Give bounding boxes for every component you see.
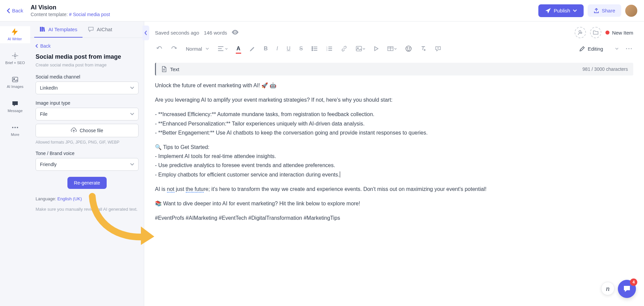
file-text-icon xyxy=(161,66,167,72)
rail-brief-seo[interactable]: Brief + SEO xyxy=(0,50,30,67)
review-warning: Make sure you manually review all AI gen… xyxy=(36,206,139,213)
sidebar: AI Templates AIChat Back Social media po… xyxy=(30,21,144,306)
strikethrough-button[interactable]: S xyxy=(298,44,304,53)
chat-widget[interactable]: 4 xyxy=(618,280,636,298)
italic-button[interactable]: I xyxy=(275,44,279,53)
video-button[interactable] xyxy=(373,45,380,53)
link-button[interactable] xyxy=(340,44,348,53)
choose-file-button[interactable]: Choose file xyxy=(36,124,139,137)
tab-ai-templates[interactable]: AI Templates xyxy=(34,21,83,38)
tab-ai-chat[interactable]: AIChat xyxy=(83,21,117,38)
numbered-list-button[interactable]: 123 xyxy=(325,45,334,52)
save-status: Saved seconds ago xyxy=(155,30,199,36)
bold-button[interactable]: B xyxy=(263,44,269,53)
clear-format-icon xyxy=(420,46,426,52)
avatar[interactable] xyxy=(625,5,637,17)
svg-point-11 xyxy=(312,47,313,48)
svg-rect-7 xyxy=(42,27,43,32)
bold-icon: B xyxy=(264,46,268,52)
image-button[interactable] xyxy=(355,45,367,53)
highlight-icon xyxy=(249,46,255,52)
rail-more[interactable]: More xyxy=(0,122,30,139)
tone-label: Tone / Brand voice xyxy=(36,151,139,156)
n-widget[interactable]: n xyxy=(601,282,614,295)
svg-point-23 xyxy=(626,48,627,49)
regenerate-button[interactable]: Re-generate xyxy=(67,177,107,189)
left-rail: AI Writer Brief + SEO AI Images Message … xyxy=(0,21,30,306)
content-line: 📚 Want to dive deeper into AI for event … xyxy=(155,199,633,208)
add-folder[interactable] xyxy=(590,27,601,38)
image-input-select[interactable]: File xyxy=(36,108,139,120)
comment-button[interactable] xyxy=(434,45,442,53)
preview-button[interactable] xyxy=(232,30,238,36)
share-button[interactable]: Share xyxy=(588,4,621,17)
bullet-list-icon xyxy=(312,46,318,51)
send-icon xyxy=(545,8,551,14)
more-options-button[interactable] xyxy=(625,47,633,51)
highlight-button[interactable] xyxy=(248,44,257,53)
svg-point-13 xyxy=(312,50,313,51)
publish-button[interactable]: Publish xyxy=(538,4,584,17)
rail-message[interactable]: Message xyxy=(0,98,30,115)
status-label: New Item xyxy=(612,30,633,36)
chevron-down-icon xyxy=(615,48,619,50)
editing-mode-toggle[interactable]: Editing xyxy=(580,46,619,52)
play-icon xyxy=(374,46,379,51)
template-label: Content template: xyxy=(31,12,68,17)
rail-ai-images[interactable]: AI Images xyxy=(0,74,30,91)
redo-button[interactable] xyxy=(170,44,178,53)
collapse-sidebar[interactable] xyxy=(143,26,149,40)
status-selector[interactable]: New Item xyxy=(605,30,633,36)
upload-icon xyxy=(71,128,77,134)
chevron-down-icon xyxy=(573,9,577,12)
image-icon xyxy=(356,46,362,51)
svg-point-12 xyxy=(312,48,313,49)
chat-bubble-icon xyxy=(623,285,631,293)
emoji-button[interactable] xyxy=(404,44,413,53)
chat-badge: 4 xyxy=(630,278,637,286)
status-dot-icon xyxy=(605,31,609,35)
table-button[interactable] xyxy=(386,45,398,52)
language-label: Language: xyxy=(36,196,57,201)
add-collaborator[interactable] xyxy=(575,27,586,38)
template-link[interactable]: # Social media post xyxy=(69,12,110,17)
content-line: - Implement AI tools for real-time atten… xyxy=(155,152,633,179)
toolbar: Normal A B I U S 123 Editing xyxy=(144,42,644,56)
clear-format-button[interactable] xyxy=(419,44,428,53)
dots-icon xyxy=(11,124,19,131)
align-icon xyxy=(218,46,224,51)
underline-button[interactable]: U xyxy=(285,44,292,53)
tone-select[interactable]: Friendly xyxy=(36,158,139,171)
rail-label: AI Writer xyxy=(8,37,22,41)
align-button[interactable] xyxy=(216,45,229,52)
text-color-button[interactable]: A xyxy=(235,44,242,53)
paragraph-style-select[interactable]: Normal xyxy=(184,45,210,53)
underline-icon: U xyxy=(287,46,291,52)
content-body[interactable]: Unlock the future of event marketing wit… xyxy=(155,81,633,222)
sidebar-back[interactable]: Back xyxy=(36,43,139,49)
svg-point-9 xyxy=(234,32,236,33)
text-block-header[interactable]: Text 981 / 3000 characters xyxy=(155,63,633,75)
link-icon xyxy=(341,46,347,52)
top-header: Back AI Vision Content template: # Socia… xyxy=(0,0,644,21)
bolt-icon xyxy=(11,28,18,36)
svg-point-21 xyxy=(407,48,408,48)
tab-label: AIChat xyxy=(97,27,112,32)
undo-icon xyxy=(156,46,162,52)
undo-button[interactable] xyxy=(155,44,164,53)
svg-point-0 xyxy=(14,55,16,57)
rail-ai-writer[interactable]: AI Writer xyxy=(0,26,30,43)
content-line: Unlock the future of event marketing wit… xyxy=(155,81,633,90)
svg-point-5 xyxy=(17,127,18,128)
svg-rect-1 xyxy=(12,77,18,82)
chat-icon xyxy=(88,26,94,32)
panel-subtitle: Create social media post from image xyxy=(36,62,139,67)
back-button[interactable]: Back xyxy=(7,8,23,13)
content-line: #EventProfs #AIMarketing #EventTech #Dig… xyxy=(155,213,633,222)
channel-select[interactable]: LinkedIn xyxy=(36,82,139,94)
language-link[interactable]: English (UK) xyxy=(57,196,82,201)
channel-label: Social media channel xyxy=(36,74,139,80)
bullet-list-button[interactable] xyxy=(310,45,319,52)
tab-label: AI Templates xyxy=(48,27,77,32)
rail-label: Message xyxy=(8,109,23,113)
